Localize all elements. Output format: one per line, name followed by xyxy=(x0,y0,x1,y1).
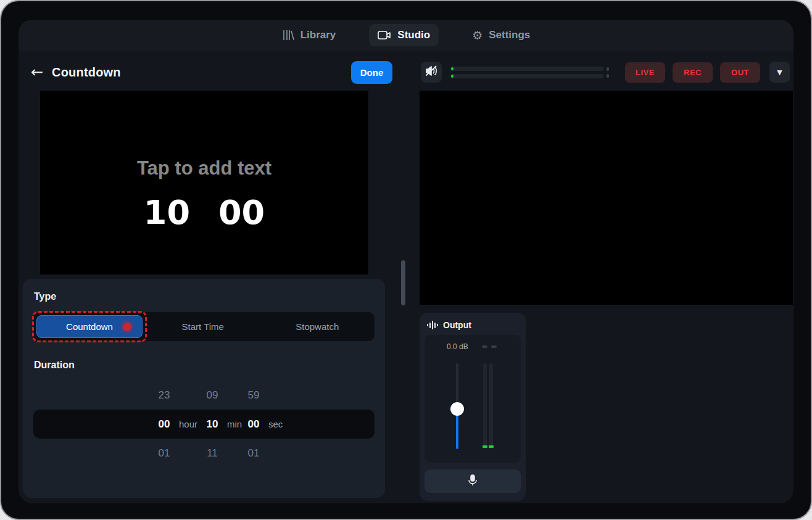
tab-library-label: Library xyxy=(300,29,336,41)
output-meter-right xyxy=(489,363,493,449)
countdown-minutes: 10 xyxy=(144,193,190,232)
output-panel: Output 0.0 dB xyxy=(420,313,526,501)
picker-min-below: 11 xyxy=(202,447,223,460)
segment-stopwatch[interactable]: Stopwatch xyxy=(260,312,375,341)
click-indicator-dot xyxy=(123,323,131,331)
audio-level-meters xyxy=(450,67,603,78)
type-section-label: Type xyxy=(33,291,375,302)
output-mixer: 0.0 dB xyxy=(425,335,521,463)
app-window: Library Studio ⚙ Settings ← Countd xyxy=(19,20,793,503)
picker-sec-above: 59 xyxy=(243,389,264,402)
chevron-down-icon: ▼ xyxy=(777,68,782,76)
countdown-editor-panel: ← Countdown Done Tap to add text 10 00 T… xyxy=(19,51,408,501)
editor-header: ← Countdown Done xyxy=(19,57,408,88)
picker-sec-below: 01 xyxy=(243,447,264,460)
speaker-muted-icon xyxy=(425,65,438,80)
tab-settings[interactable]: ⚙ Settings xyxy=(463,24,539,46)
countdown-time-display: 10 00 xyxy=(144,193,265,232)
picker-row-selected[interactable]: 00 hour 10 min 00 sec xyxy=(33,410,375,439)
tab-studio-label: Studio xyxy=(397,29,430,41)
picker-hour-below: 01 xyxy=(154,447,175,460)
studio-header: LIVE REC OUT ▼ xyxy=(408,57,793,88)
back-arrow-icon[interactable]: ← xyxy=(31,64,52,81)
audio-meter-right xyxy=(450,74,603,78)
picker-min-unit: min xyxy=(223,419,243,429)
output-panel-header: Output xyxy=(425,319,521,335)
duration-picker[interactable]: 23 09 59 00 hour 10 min 00 sec xyxy=(33,381,375,468)
gear-icon: ⚙ xyxy=(472,30,483,41)
broadcast-buttons: LIVE REC OUT xyxy=(625,62,760,83)
video-preview[interactable] xyxy=(420,91,793,305)
microphone-icon xyxy=(468,474,478,489)
type-segmented-control: Countdown Start Time Stopwatch xyxy=(33,312,375,341)
volume-slider[interactable] xyxy=(456,363,458,449)
segment-stopwatch-label: Stopwatch xyxy=(296,321,339,332)
output-panel-title: Output xyxy=(443,320,471,330)
done-button[interactable]: Done xyxy=(351,61,392,84)
audio-meter-left-level xyxy=(451,67,454,70)
picker-min-above: 09 xyxy=(202,389,223,402)
duration-section-label: Duration xyxy=(33,360,375,371)
page-title: Countdown xyxy=(52,65,121,80)
mute-button[interactable] xyxy=(421,62,442,83)
tap-to-add-text[interactable]: Tap to add text xyxy=(137,157,271,180)
picker-row-below[interactable]: 01 11 01 xyxy=(33,439,375,468)
picker-min-value: 10 xyxy=(202,418,223,431)
output-meter-left xyxy=(483,363,487,449)
tab-settings-label: Settings xyxy=(489,29,530,41)
countdown-preview[interactable]: Tap to add text 10 00 xyxy=(40,91,368,274)
tab-library[interactable]: Library xyxy=(273,24,345,46)
picker-hour-unit: hour xyxy=(175,419,202,429)
segment-countdown[interactable]: Countdown xyxy=(36,315,143,338)
segment-start-time-label: Start Time xyxy=(182,321,224,332)
studio-panel: LIVE REC OUT ▼ Output 0.0 dB xyxy=(408,51,793,501)
output-peak-marks xyxy=(482,345,497,348)
equalizer-icon xyxy=(427,320,438,330)
microphone-button[interactable] xyxy=(425,469,521,493)
picker-row-above[interactable]: 23 09 59 xyxy=(33,381,375,410)
dropdown-button[interactable]: ▼ xyxy=(769,62,790,83)
audio-meter-right-level xyxy=(451,75,454,78)
rec-button[interactable]: REC xyxy=(673,62,713,83)
db-value-label: 0.0 dB xyxy=(447,342,468,351)
segment-start-time[interactable]: Start Time xyxy=(146,312,260,341)
device-frame: Library Studio ⚙ Settings ← Countd xyxy=(0,0,812,520)
segment-countdown-label: Countdown xyxy=(66,321,113,332)
settings-card: Type Countdown Start Time Stopwatch xyxy=(23,279,385,498)
scrollbar-thumb[interactable] xyxy=(401,260,405,305)
top-navigation: Library Studio ⚙ Settings xyxy=(19,20,793,51)
picker-hour-value: 00 xyxy=(154,418,175,431)
out-button[interactable]: OUT xyxy=(720,62,760,83)
tab-studio[interactable]: Studio xyxy=(369,24,439,46)
video-camera-icon xyxy=(378,30,391,40)
meter-peak-marks xyxy=(607,67,609,78)
countdown-seconds: 00 xyxy=(218,193,265,232)
picker-hour-above: 23 xyxy=(154,389,175,402)
audio-meter-left xyxy=(450,67,603,71)
volume-slider-thumb[interactable] xyxy=(450,402,464,416)
picker-sec-unit: sec xyxy=(264,419,289,429)
live-button[interactable]: LIVE xyxy=(625,62,665,83)
picker-sec-value: 00 xyxy=(243,418,264,431)
library-icon xyxy=(282,30,294,41)
